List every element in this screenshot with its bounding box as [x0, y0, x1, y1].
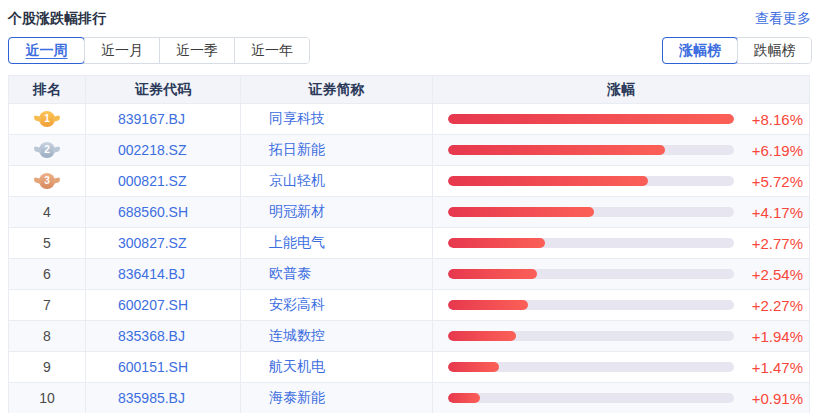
rank-cell: 9: [9, 352, 86, 382]
stock-code[interactable]: 600151.SH: [86, 352, 241, 382]
change-cell: +1.47%: [433, 352, 809, 382]
board-tab-2[interactable]: 跌幅榜: [737, 38, 811, 63]
change-bar: [448, 331, 734, 341]
stock-code[interactable]: 835985.BJ: [86, 383, 241, 413]
tabs-row: 近一周近一月近一季近一年 涨幅榜跌幅榜: [8, 37, 812, 64]
period-tab-label: 近一周: [26, 42, 68, 60]
period-tab-label: 近一月: [101, 42, 143, 60]
period-tab-1[interactable]: 近一周: [9, 38, 84, 63]
period-tab-group: 近一周近一月近一季近一年: [8, 37, 310, 64]
board-tab-label: 涨幅榜: [679, 42, 721, 60]
column-header-name: 证券简称: [241, 76, 433, 103]
stock-code[interactable]: 300827.SZ: [86, 228, 241, 258]
stock-name[interactable]: 京山轻机: [241, 166, 433, 196]
board-tab-1[interactable]: 涨幅榜: [663, 38, 737, 63]
change-bar-fill: [448, 393, 480, 403]
rank-cell: 1: [9, 104, 86, 134]
change-bar: [448, 238, 734, 248]
stock-name[interactable]: 上能电气: [241, 228, 433, 258]
change-bar-fill: [448, 207, 594, 217]
stock-name[interactable]: 拓日新能: [241, 135, 433, 165]
rank-cell: 4: [9, 197, 86, 227]
change-bar-fill: [448, 176, 648, 186]
change-percent: +4.17%: [734, 204, 803, 221]
change-percent: +2.54%: [734, 266, 803, 283]
table-row[interactable]: 4688560.SH明冠新材+4.17%: [8, 197, 810, 228]
change-bar: [448, 269, 734, 279]
rank-cell: 7: [9, 290, 86, 320]
board-tab-label: 跌幅榜: [754, 42, 796, 60]
change-bar-fill: [448, 331, 516, 341]
change-bar-fill: [448, 362, 499, 372]
change-cell: +8.16%: [433, 104, 809, 134]
ranking-table: 排名 证券代码 证券简称 涨幅 1839167.BJ同享科技+8.16%2002…: [8, 75, 810, 413]
change-cell: +2.54%: [433, 259, 809, 289]
change-bar-fill: [448, 114, 734, 124]
stock-code[interactable]: 835368.BJ: [86, 321, 241, 351]
rank-cell: 2: [9, 135, 86, 165]
table-header-row: 排名 证券代码 证券简称 涨幅: [8, 76, 810, 104]
change-cell: +4.17%: [433, 197, 809, 227]
change-bar: [448, 393, 734, 403]
change-percent: +2.77%: [734, 235, 803, 252]
stock-name[interactable]: 海泰新能: [241, 383, 433, 413]
view-more-link[interactable]: 查看更多: [755, 10, 811, 28]
rank-cell: 8: [9, 321, 86, 351]
change-bar: [448, 176, 734, 186]
change-cell: +0.91%: [433, 383, 809, 413]
change-percent: +0.91%: [734, 390, 803, 407]
change-cell: +2.27%: [433, 290, 809, 320]
change-percent: +8.16%: [734, 111, 803, 128]
table-row[interactable]: 1839167.BJ同享科技+8.16%: [8, 104, 810, 135]
page-title: 个股涨跌幅排行: [8, 10, 106, 28]
period-tab-2[interactable]: 近一月: [84, 38, 159, 63]
table-row[interactable]: 2002218.SZ拓日新能+6.19%: [8, 135, 810, 166]
stock-code[interactable]: 002218.SZ: [86, 135, 241, 165]
board-tab-group: 涨幅榜跌幅榜: [662, 37, 812, 64]
medal-bronze-icon: 3: [39, 173, 55, 189]
table-row[interactable]: 6836414.BJ欧普泰+2.54%: [8, 259, 810, 290]
stock-name[interactable]: 安彩高科: [241, 290, 433, 320]
stock-name[interactable]: 明冠新材: [241, 197, 433, 227]
change-percent: +1.94%: [734, 328, 803, 345]
table-row[interactable]: 5300827.SZ上能电气+2.77%: [8, 228, 810, 259]
change-bar: [448, 362, 734, 372]
period-tab-label: 近一年: [251, 42, 293, 60]
widget-header: 个股涨跌幅排行 查看更多: [0, 0, 819, 28]
stock-code[interactable]: 000821.SZ: [86, 166, 241, 196]
stock-name[interactable]: 欧普泰: [241, 259, 433, 289]
change-bar-fill: [448, 269, 537, 279]
period-tab-label: 近一季: [176, 42, 218, 60]
change-percent: +6.19%: [734, 142, 803, 159]
stock-name[interactable]: 航天机电: [241, 352, 433, 382]
change-cell: +1.94%: [433, 321, 809, 351]
stock-name[interactable]: 同享科技: [241, 104, 433, 134]
table-row[interactable]: 9600151.SH航天机电+1.47%: [8, 352, 810, 383]
change-cell: +5.72%: [433, 166, 809, 196]
table-row[interactable]: 10835985.BJ海泰新能+0.91%: [8, 383, 810, 413]
stock-ranking-widget: 个股涨跌幅排行 查看更多 近一周近一月近一季近一年 涨幅榜跌幅榜 排名 证券代码…: [0, 0, 819, 413]
stock-code[interactable]: 836414.BJ: [86, 259, 241, 289]
period-tab-4[interactable]: 近一年: [234, 38, 309, 63]
rank-cell: 10: [9, 383, 86, 413]
stock-code[interactable]: 600207.SH: [86, 290, 241, 320]
table-row[interactable]: 8835368.BJ连城数控+1.94%: [8, 321, 810, 352]
medal-silver-icon: 2: [39, 142, 55, 158]
period-tab-3[interactable]: 近一季: [159, 38, 234, 63]
rank-cell: 5: [9, 228, 86, 258]
stock-name[interactable]: 连城数控: [241, 321, 433, 351]
change-cell: +2.77%: [433, 228, 809, 258]
table-row[interactable]: 3000821.SZ京山轻机+5.72%: [8, 166, 810, 197]
column-header-change: 涨幅: [433, 76, 809, 103]
column-header-code: 证券代码: [86, 76, 241, 103]
column-header-rank: 排名: [9, 76, 86, 103]
change-bar: [448, 145, 734, 155]
table-row[interactable]: 7600207.SH安彩高科+2.27%: [8, 290, 810, 321]
table-body: 1839167.BJ同享科技+8.16%2002218.SZ拓日新能+6.19%…: [8, 104, 810, 413]
stock-code[interactable]: 839167.BJ: [86, 104, 241, 134]
stock-code[interactable]: 688560.SH: [86, 197, 241, 227]
change-bar-fill: [448, 145, 665, 155]
change-cell: +6.19%: [433, 135, 809, 165]
medal-gold-icon: 1: [39, 111, 55, 127]
change-bar: [448, 300, 734, 310]
